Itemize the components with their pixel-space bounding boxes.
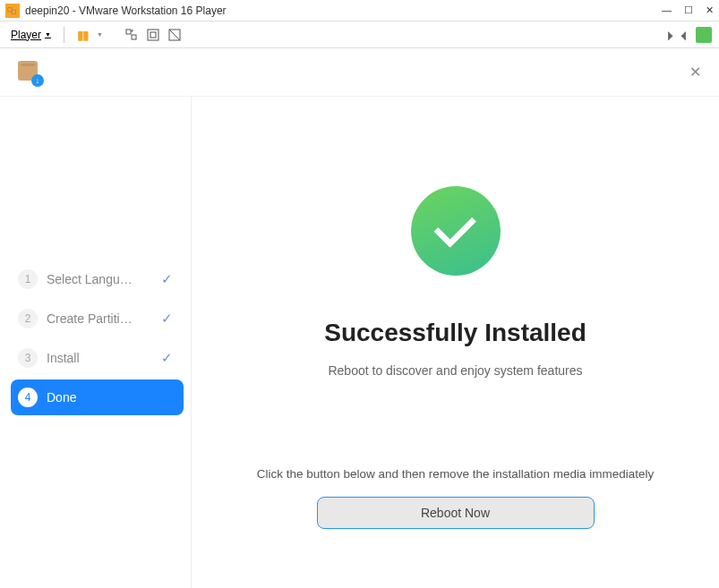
close-window-button[interactable]: ✕ [706, 4, 714, 16]
vmware-icon [5, 4, 20, 18]
toolbar-separator [64, 27, 64, 43]
window-title: deepin20 - VMware Workstation 16 Player [25, 4, 662, 17]
window-titlebar: deepin20 - VMware Workstation 16 Player … [0, 0, 719, 21]
success-checkmark-icon [411, 186, 501, 276]
step-label: Done [47, 390, 173, 405]
player-menu[interactable]: Player [7, 27, 55, 43]
chevron-down-icon[interactable]: ▼ [97, 31, 103, 38]
svg-line-7 [169, 30, 180, 40]
step-select-language[interactable]: 1 Select Langu… ✓ [11, 261, 184, 297]
svg-rect-3 [132, 35, 136, 39]
minimize-button[interactable]: — [662, 4, 672, 16]
checkmark-icon: ✓ [161, 271, 173, 287]
cycle-icon[interactable]: ⏵⏴ [669, 26, 687, 44]
step-label: Create Partiti… [47, 311, 152, 326]
step-number-badge: 4 [18, 388, 38, 407]
step-label: Install [47, 351, 152, 365]
fullscreen-icon[interactable] [144, 26, 162, 44]
steps-sidebar: 1 Select Langu… ✓ 2 Create Partiti… ✓ 3 … [0, 97, 192, 588]
svg-rect-2 [126, 30, 131, 34]
svg-rect-5 [150, 32, 156, 38]
unity-mode-icon[interactable] [166, 26, 184, 44]
reboot-hint: Click the button below and then remove t… [257, 467, 655, 481]
step-number-badge: 3 [18, 348, 38, 368]
installer-close-button[interactable]: ✕ [689, 64, 701, 81]
pause-button[interactable]: ▮▮ [73, 26, 91, 44]
vmware-toolbar: Player ▮▮ ▼ ⏵⏴ [0, 21, 719, 48]
checkmark-icon: ✓ [161, 350, 173, 366]
installer-header: ↓ ✕ [0, 48, 719, 97]
step-label: Select Langu… [47, 272, 152, 286]
step-install[interactable]: 3 Install ✓ [11, 340, 184, 376]
step-create-partitions[interactable]: 2 Create Partiti… ✓ [11, 301, 184, 337]
step-done[interactable]: 4 Done [11, 379, 184, 415]
step-number-badge: 2 [18, 309, 38, 328]
svg-rect-4 [148, 30, 158, 40]
checkmark-icon: ✓ [161, 311, 173, 327]
success-heading: Successfully Installed [324, 319, 586, 347]
installer-content: 1 Select Langu… ✓ 2 Create Partiti… ✓ 3 … [0, 97, 719, 588]
svg-rect-0 [8, 7, 12, 11]
reboot-now-button[interactable]: Reboot Now [317, 497, 595, 529]
step-number-badge: 1 [18, 269, 38, 289]
send-ctrl-alt-del-icon[interactable] [123, 26, 141, 44]
installer-logo-icon: ↓ [18, 61, 41, 84]
tools-icon[interactable] [696, 27, 712, 43]
svg-rect-1 [12, 10, 15, 13]
success-subtitle: Reboot to discover and enjoy system feat… [328, 363, 582, 378]
main-panel: Successfully Installed Reboot to discove… [192, 97, 719, 588]
maximize-button[interactable]: ☐ [684, 4, 693, 16]
